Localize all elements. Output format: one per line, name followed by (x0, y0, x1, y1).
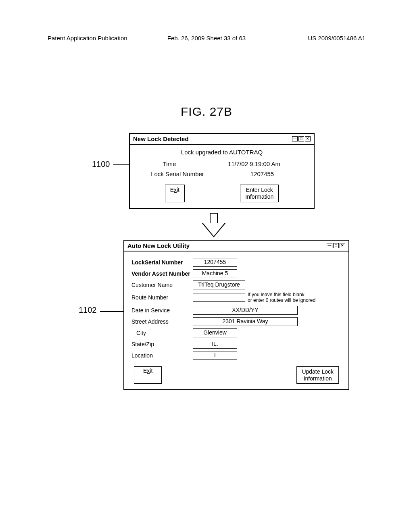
maximize-icon[interactable]: □ (298, 136, 304, 141)
time-label: Time (137, 160, 202, 167)
serial-field[interactable]: 1207455 (193, 258, 237, 267)
window-controls: — □ ✕ (327, 243, 345, 248)
ref-line-1100 (113, 164, 129, 165)
window-controls: — □ ✕ (292, 136, 311, 141)
state-label: State/Zip (131, 341, 193, 347)
route-label: Route Number (131, 294, 193, 301)
enter-lock-info-button[interactable]: Enter Lock Information (240, 185, 279, 202)
minimize-icon[interactable]: — (292, 136, 298, 141)
customer-field[interactable]: TriTeq Drugstore (193, 281, 245, 289)
date-label: Date in Service (131, 307, 193, 314)
ref-line-1102 (100, 311, 123, 312)
route-field[interactable] (193, 293, 245, 302)
titlebar: Auto New Lock Utility — □ ✕ (124, 241, 348, 251)
serial-label: Lock Serial Number (137, 170, 218, 177)
figure-title: FIG. 27B (181, 105, 232, 118)
page-header: Patent Application Publication Feb. 26, … (48, 35, 365, 42)
vendor-label: Vendor Asset Number (131, 270, 193, 277)
route-row: Route Number If you leave this field bla… (131, 292, 341, 303)
dialog-title: Auto New Lock Utility (127, 242, 190, 249)
titlebar: New Lock Detected — □ ✕ (130, 134, 314, 145)
addr-field[interactable]: 2301 Ravinia Way (193, 317, 298, 326)
addr-label: Street Address (131, 318, 193, 325)
subtitle: Lock upgraded to AUTOTRAQ (137, 149, 307, 156)
header-right: US 2009/0051486 A1 (308, 35, 365, 42)
location-row: Location I (131, 351, 341, 360)
header-left: Patent Application Publication (48, 35, 127, 42)
maximize-icon[interactable]: □ (333, 243, 339, 248)
update-lock-info-button[interactable]: Update Lock Information (296, 366, 339, 384)
city-row: City Glenview (131, 328, 341, 337)
close-icon[interactable]: ✕ (340, 243, 345, 248)
dialog-body: Lock upgraded to AUTOTRAQ Time 11/7/02 9… (130, 145, 314, 208)
state-row: State/Zip IL. (131, 340, 341, 349)
city-field[interactable]: Glenview (193, 328, 237, 337)
city-label: City (131, 330, 193, 336)
dialog-title: New Lock Detected (133, 135, 189, 142)
state-field[interactable]: IL. (193, 340, 237, 349)
minimize-icon[interactable]: — (327, 243, 332, 248)
serial-row: Lock Serial Number 1207455 (137, 170, 307, 177)
button-row: Exit Update Lock Information (131, 366, 341, 384)
time-value: 11/7/02 9:19:00 Am (202, 160, 307, 167)
new-lock-detected-dialog: New Lock Detected — □ ✕ Lock upgraded to… (129, 133, 315, 209)
flow-arrow-icon (202, 213, 226, 238)
serial-row: LockSerial Number 1207455 (131, 258, 341, 267)
ref-num-1102: 1102 (79, 305, 97, 315)
route-note: If you leave this field blank, or enter … (248, 292, 315, 303)
close-icon[interactable]: ✕ (305, 136, 311, 141)
date-field[interactable]: XX/DD/YY (193, 306, 298, 315)
exit-button[interactable]: Exit (134, 366, 162, 384)
ref-num-1100: 1100 (92, 160, 110, 169)
serial-value: 1207455 (218, 170, 307, 177)
vendor-field[interactable]: Machine 5 (193, 269, 237, 278)
button-row: Exit Enter Lock Information (137, 185, 307, 202)
auto-new-lock-utility-dialog: Auto New Lock Utility — □ ✕ LockSerial N… (123, 240, 349, 390)
customer-row: Customer Name TriTeq Drugstore (131, 281, 341, 289)
header-center: Feb. 26, 2009 Sheet 33 of 63 (167, 35, 246, 42)
time-row: Time 11/7/02 9:19:00 Am (137, 160, 307, 167)
location-label: Location (131, 352, 193, 359)
exit-button[interactable]: Exit (165, 185, 185, 202)
dialog-body: LockSerial Number 1207455 Vendor Asset N… (124, 251, 348, 389)
customer-label: Customer Name (131, 282, 193, 288)
vendor-row: Vendor Asset Number Machine 5 (131, 269, 341, 278)
date-row: Date in Service XX/DD/YY (131, 306, 341, 315)
addr-row: Street Address 2301 Ravinia Way (131, 317, 341, 326)
serial-label: LockSerial Number (131, 259, 193, 266)
location-field[interactable]: I (193, 351, 237, 360)
